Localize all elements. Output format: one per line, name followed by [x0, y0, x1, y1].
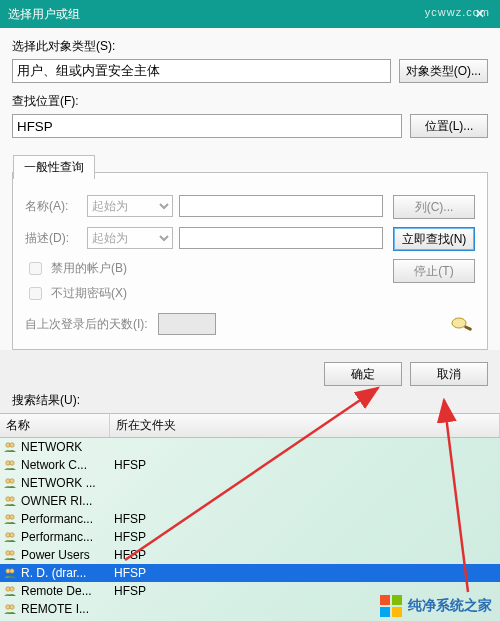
row-name: Performanc... — [21, 530, 110, 544]
svg-point-7 — [10, 479, 14, 483]
results-grid: 名称 所在文件夹 NETWORKNetwork C...HFSPNETWORK … — [0, 413, 500, 621]
query-tabs: 一般性查询 名称(A): 起始为 描述(D): 起始为 禁用的帐户(B) — [12, 172, 488, 350]
group-icon — [3, 440, 19, 454]
desc-input[interactable] — [179, 227, 383, 249]
table-row[interactable]: NETWORK — [0, 438, 500, 456]
row-folder: HFSP — [110, 458, 146, 472]
svg-point-0 — [452, 318, 466, 328]
watermark-url: ycwwz.com — [425, 6, 490, 18]
stop-button[interactable]: 停止(T) — [393, 259, 475, 283]
row-name: OWNER RI... — [21, 494, 110, 508]
group-icon — [3, 602, 19, 616]
row-folder: HFSP — [110, 512, 146, 526]
table-row[interactable]: R. D. (drar...HFSP — [0, 564, 500, 582]
object-type-field[interactable] — [12, 59, 391, 83]
days-since-login-label: 自上次登录后的天数(I): — [25, 316, 148, 333]
tab-general-query[interactable]: 一般性查询 — [13, 155, 95, 179]
location-button[interactable]: 位置(L)... — [410, 114, 488, 138]
row-folder: HFSP — [110, 566, 146, 580]
group-icon — [3, 512, 19, 526]
row-name: Remote De... — [21, 584, 110, 598]
name-operator-select[interactable]: 起始为 — [87, 195, 173, 217]
group-icon — [3, 494, 19, 508]
results-label: 搜索结果(U): — [0, 392, 500, 413]
disabled-accounts-label: 禁用的帐户(B) — [51, 260, 127, 277]
footer-brand-text: 纯净系统之家 — [408, 597, 492, 615]
table-row[interactable]: Performanc...HFSP — [0, 510, 500, 528]
svg-point-21 — [10, 605, 14, 609]
row-name: Network C... — [21, 458, 110, 472]
svg-point-17 — [10, 569, 14, 573]
days-since-login-stepper[interactable] — [158, 313, 216, 335]
group-icon — [3, 458, 19, 472]
row-name: Performanc... — [21, 512, 110, 526]
object-type-label: 选择此对象类型(S): — [12, 38, 391, 55]
svg-point-15 — [10, 551, 14, 555]
location-label: 查找位置(F): — [12, 93, 402, 110]
dialog-buttons: 确定 取消 — [0, 350, 500, 392]
grid-body[interactable]: NETWORKNetwork C...HFSPNETWORK ...OWNER … — [0, 438, 500, 621]
group-icon — [3, 566, 19, 580]
row-folder: HFSP — [110, 530, 146, 544]
col-name-header[interactable]: 名称 — [0, 414, 110, 437]
group-icon — [3, 584, 19, 598]
row-name: NETWORK — [21, 440, 110, 454]
col-folder-header[interactable]: 所在文件夹 — [110, 414, 500, 437]
group-icon — [3, 548, 19, 562]
group-icon — [3, 476, 19, 490]
never-expire-label: 不过期密码(X) — [51, 285, 127, 302]
ok-button[interactable]: 确定 — [324, 362, 402, 386]
columns-button[interactable]: 列(C)... — [393, 195, 475, 219]
cancel-button[interactable]: 取消 — [410, 362, 488, 386]
desc-operator-select[interactable]: 起始为 — [87, 227, 173, 249]
table-row[interactable]: NETWORK ... — [0, 474, 500, 492]
svg-point-9 — [10, 497, 14, 501]
search-icon — [447, 313, 475, 335]
desc-label: 描述(D): — [25, 230, 81, 247]
never-expire-checkbox[interactable] — [29, 287, 42, 300]
row-name: NETWORK ... — [21, 476, 110, 490]
table-row[interactable]: OWNER RI... — [0, 492, 500, 510]
row-folder: HFSP — [110, 548, 146, 562]
location-field[interactable] — [12, 114, 402, 138]
svg-point-11 — [10, 515, 14, 519]
svg-point-19 — [10, 587, 14, 591]
object-type-row: 选择此对象类型(S): 对象类型(O)... — [12, 38, 488, 83]
svg-point-3 — [10, 443, 14, 447]
dialog-body: 选择此对象类型(S): 对象类型(O)... 查找位置(F): 位置(L)...… — [0, 28, 500, 350]
grid-header: 名称 所在文件夹 — [0, 414, 500, 438]
window-title: 选择用户或组 — [8, 6, 460, 23]
object-type-button[interactable]: 对象类型(O)... — [399, 59, 488, 83]
group-icon — [3, 530, 19, 544]
name-input[interactable] — [179, 195, 383, 217]
find-now-button[interactable]: 立即查找(N) — [393, 227, 475, 251]
windows-logo-icon — [380, 595, 402, 617]
table-row[interactable]: Power UsersHFSP — [0, 546, 500, 564]
row-folder: HFSP — [110, 584, 146, 598]
title-bar: 选择用户或组 ycwwz.com × — [0, 0, 500, 28]
table-row[interactable]: Performanc...HFSP — [0, 528, 500, 546]
location-row: 查找位置(F): 位置(L)... — [12, 93, 488, 138]
footer-watermark: 纯净系统之家 — [380, 595, 492, 617]
row-name: Power Users — [21, 548, 110, 562]
svg-rect-1 — [464, 325, 473, 331]
svg-point-13 — [10, 533, 14, 537]
name-label: 名称(A): — [25, 198, 81, 215]
table-row[interactable]: Network C...HFSP — [0, 456, 500, 474]
svg-point-5 — [10, 461, 14, 465]
disabled-accounts-checkbox[interactable] — [29, 262, 42, 275]
row-name: REMOTE I... — [21, 602, 110, 616]
row-name: R. D. (drar... — [21, 566, 110, 580]
